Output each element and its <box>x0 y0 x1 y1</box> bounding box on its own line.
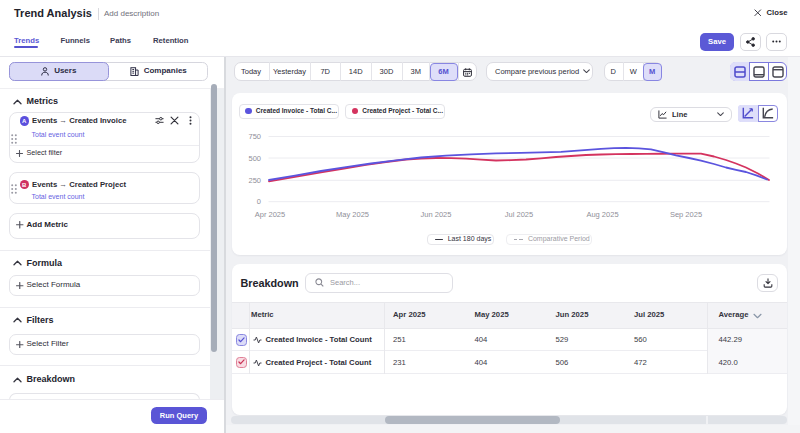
svg-text:750: 750 <box>248 132 261 141</box>
svg-text:Jun 2025: Jun 2025 <box>420 210 451 219</box>
svg-text:Jul 2025: Jul 2025 <box>504 210 532 219</box>
svg-text:Apr 2025: Apr 2025 <box>254 210 284 219</box>
svg-text:250: 250 <box>248 176 261 185</box>
svg-text:Aug 2025: Aug 2025 <box>586 210 618 219</box>
svg-text:Sep 2025: Sep 2025 <box>669 210 701 219</box>
svg-text:0: 0 <box>256 197 260 206</box>
svg-text:May 2025: May 2025 <box>336 210 369 219</box>
svg-text:500: 500 <box>248 154 261 163</box>
